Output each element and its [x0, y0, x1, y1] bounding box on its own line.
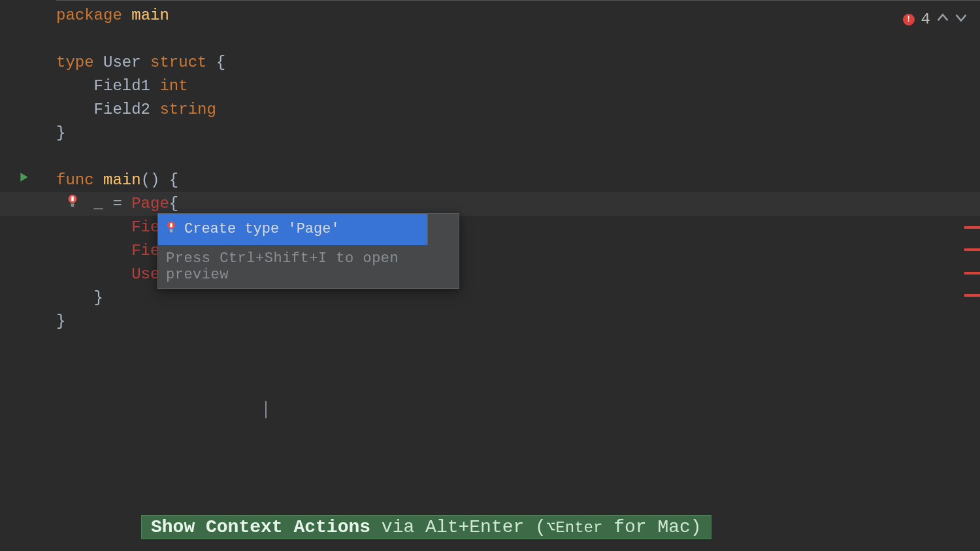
- intention-popup: Create type 'Page' Press Ctrl+Shift+I to…: [157, 213, 459, 289]
- tip-mac-shortcut: ⌥Enter: [546, 518, 602, 537]
- code-line: func main() {: [56, 169, 980, 192]
- paren: () {: [141, 171, 179, 189]
- code-line: [56, 27, 980, 51]
- svg-rect-7: [170, 231, 172, 233]
- tip-banner: Show Context Actions via Alt+Enter (⌥Ent…: [141, 515, 711, 539]
- field-name: Field1: [94, 77, 160, 95]
- text-caret: [265, 401, 267, 418]
- svg-rect-5: [170, 223, 172, 227]
- error-stripe[interactable]: [964, 294, 980, 297]
- intention-bulb-icon: [165, 214, 178, 246]
- intention-item-create-type[interactable]: Create type 'Page': [158, 214, 427, 245]
- prev-error-button[interactable]: [937, 10, 949, 28]
- intention-item-label: Create type 'Page': [184, 214, 340, 245]
- tip-text: for Mac): [602, 517, 701, 537]
- code-line: }: [56, 286, 980, 310]
- error-indicator-icon: !: [903, 14, 915, 25]
- code-line: Field1 int: [56, 75, 980, 98]
- error-stripe[interactable]: [964, 272, 980, 275]
- package-name: main: [122, 7, 169, 24]
- error-stripe[interactable]: [964, 248, 980, 251]
- blank-ident: _ =: [94, 195, 132, 212]
- unresolved-field: Fie: [131, 218, 159, 236]
- keyword: type: [56, 54, 94, 71]
- code-line: package main: [56, 4, 980, 27]
- keyword: struct: [150, 54, 206, 71]
- gutter: [0, 0, 56, 551]
- tip-action-name: Show Context Actions: [151, 517, 370, 537]
- code-line: Field2 string: [56, 98, 980, 122]
- type-name: User: [94, 54, 150, 71]
- field-type: int: [159, 77, 188, 95]
- run-gutter-icon[interactable]: [18, 170, 30, 188]
- unresolved-field: Fie: [131, 242, 159, 259]
- func-name: main: [94, 171, 141, 189]
- inspection-widget[interactable]: ! 4: [903, 10, 967, 28]
- field-type: string: [159, 101, 216, 118]
- intention-submenu-button[interactable]: [427, 214, 459, 245]
- brace: }: [56, 124, 65, 142]
- code-line: }: [56, 310, 980, 333]
- field-name: Field2: [94, 101, 160, 118]
- unresolved-type: Page: [131, 195, 169, 212]
- tip-text: via Alt+Enter (: [370, 517, 546, 537]
- next-error-button[interactable]: [955, 10, 967, 28]
- svg-rect-6: [170, 229, 173, 231]
- intention-hint: Press Ctrl+Shift+I to open preview: [158, 245, 459, 288]
- code-line: type User struct {: [56, 51, 980, 75]
- brace: }: [94, 289, 103, 307]
- code-line: [56, 145, 980, 169]
- brace: {: [169, 195, 178, 212]
- code-line: }: [56, 122, 980, 145]
- code-line-current: _ = Page{: [0, 192, 980, 216]
- error-count: 4: [921, 10, 930, 28]
- brace: }: [56, 312, 65, 330]
- keyword: func: [56, 171, 94, 189]
- keyword: package: [56, 7, 122, 24]
- brace: {: [206, 54, 225, 71]
- error-stripe[interactable]: [964, 226, 980, 229]
